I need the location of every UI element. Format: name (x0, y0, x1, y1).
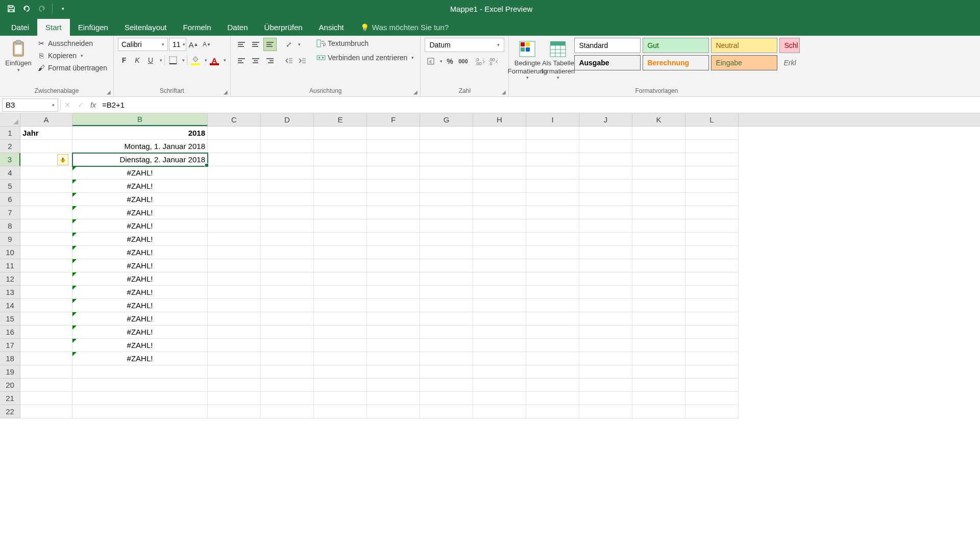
cell-F20[interactable] (367, 379, 420, 392)
cell-F10[interactable] (367, 246, 420, 259)
cell-A22[interactable] (20, 405, 72, 418)
cell-B8[interactable]: #ZAHL! (72, 219, 208, 233)
cell-style-ausgabe[interactable]: Ausgabe (574, 55, 641, 70)
cell-A13[interactable] (20, 286, 72, 299)
cell-J8[interactable] (579, 219, 632, 233)
cell-A5[interactable] (20, 180, 72, 193)
cell-B13[interactable]: #ZAHL! (72, 286, 208, 299)
row-header-9[interactable]: 9 (0, 233, 20, 246)
chevron-down-icon[interactable]: ▾ (298, 42, 301, 47)
cell-K6[interactable] (632, 193, 685, 206)
row-header-15[interactable]: 15 (0, 312, 20, 325)
cell-K14[interactable] (632, 299, 685, 312)
cell-D3[interactable] (261, 153, 314, 166)
increase-decimal-button[interactable]: ,0,00 (474, 55, 486, 67)
cell-I1[interactable] (526, 127, 579, 140)
dialog-launcher-icon[interactable]: ◢ (105, 88, 112, 95)
cell-D19[interactable] (261, 365, 314, 379)
cell-K3[interactable] (632, 153, 685, 166)
cell-L2[interactable] (685, 140, 739, 153)
cell-B2[interactable]: Montag, 1. Januar 2018 (72, 140, 208, 153)
cell-B17[interactable]: #ZAHL! (72, 339, 208, 352)
cell-E18[interactable] (314, 352, 367, 365)
cell-J20[interactable] (579, 379, 632, 392)
cell-G21[interactable] (420, 392, 473, 405)
cell-B18[interactable]: #ZAHL! (72, 352, 208, 365)
copy-button[interactable]: ⎘ Kopieren ▾ (35, 50, 109, 61)
cell-J6[interactable] (579, 193, 632, 206)
cell-E8[interactable] (314, 219, 367, 233)
cell-style-berechnung[interactable]: Berechnung (643, 55, 709, 70)
cell-K9[interactable] (632, 233, 685, 246)
cell-E14[interactable] (314, 299, 367, 312)
cell-E13[interactable] (314, 286, 367, 299)
orientation-button[interactable]: ⤢ (283, 38, 295, 51)
row-header-11[interactable]: 11 (0, 259, 20, 272)
cell-I7[interactable] (526, 206, 579, 219)
cell-A7[interactable] (20, 206, 72, 219)
cell-L10[interactable] (685, 246, 739, 259)
cell-J1[interactable] (579, 127, 632, 140)
cell-style-neutral[interactable]: Neutral (711, 38, 777, 53)
row-header-14[interactable]: 14 (0, 299, 20, 312)
cell-I20[interactable] (526, 379, 579, 392)
cell-G9[interactable] (420, 233, 473, 246)
cell-J15[interactable] (579, 312, 632, 325)
save-icon[interactable] (6, 4, 16, 14)
cell-K5[interactable] (632, 180, 685, 193)
cell-I22[interactable] (526, 405, 579, 418)
cell-B7[interactable]: #ZAHL! (72, 206, 208, 219)
cell-F5[interactable] (367, 180, 420, 193)
cell-H2[interactable] (473, 140, 526, 153)
cell-E5[interactable] (314, 180, 367, 193)
cell-A18[interactable] (20, 352, 72, 365)
cut-button[interactable]: ✂ Ausschneiden (35, 38, 109, 49)
column-header-G[interactable]: G (420, 113, 473, 126)
percent-format-button[interactable]: % (444, 55, 456, 67)
cell-H18[interactable] (473, 352, 526, 365)
cell-H13[interactable] (473, 286, 526, 299)
conditional-formatting-button[interactable]: Bedingte Formatierung ▾ (513, 38, 542, 82)
cell-A16[interactable] (20, 325, 72, 339)
cell-E4[interactable] (314, 166, 367, 180)
font-size-select[interactable]: 11 ▾ (169, 38, 186, 51)
cell-J17[interactable] (579, 339, 632, 352)
cell-F12[interactable] (367, 272, 420, 286)
row-header-19[interactable]: 19 (0, 365, 20, 379)
cell-E16[interactable] (314, 325, 367, 339)
cell-L5[interactable] (685, 180, 739, 193)
cell-K17[interactable] (632, 339, 685, 352)
cell-F11[interactable] (367, 259, 420, 272)
cell-D14[interactable] (261, 299, 314, 312)
cell-F17[interactable] (367, 339, 420, 352)
accounting-format-button[interactable]: € (425, 55, 437, 67)
cell-G22[interactable] (420, 405, 473, 418)
cell-I8[interactable] (526, 219, 579, 233)
cell-H16[interactable] (473, 325, 526, 339)
cell-C7[interactable] (208, 206, 261, 219)
cell-B12[interactable]: #ZAHL! (72, 272, 208, 286)
cell-G5[interactable] (420, 180, 473, 193)
cell-J16[interactable] (579, 325, 632, 339)
cell-H5[interactable] (473, 180, 526, 193)
cell-F22[interactable] (367, 405, 420, 418)
cell-B5[interactable]: #ZAHL! (72, 180, 208, 193)
redo-icon[interactable] (37, 4, 47, 14)
cell-G19[interactable] (420, 365, 473, 379)
font-color-button[interactable]: A (208, 54, 220, 66)
cell-K19[interactable] (632, 365, 685, 379)
cell-A19[interactable] (20, 365, 72, 379)
cell-C20[interactable] (208, 379, 261, 392)
cell-J14[interactable] (579, 299, 632, 312)
cell-G7[interactable] (420, 206, 473, 219)
cell-K20[interactable] (632, 379, 685, 392)
bold-button[interactable]: F (118, 54, 130, 66)
cell-E2[interactable] (314, 140, 367, 153)
cell-D7[interactable] (261, 206, 314, 219)
cell-C6[interactable] (208, 193, 261, 206)
cell-B20[interactable] (72, 379, 208, 392)
cell-C18[interactable] (208, 352, 261, 365)
cell-I14[interactable] (526, 299, 579, 312)
cell-I10[interactable] (526, 246, 579, 259)
cell-H20[interactable] (473, 379, 526, 392)
